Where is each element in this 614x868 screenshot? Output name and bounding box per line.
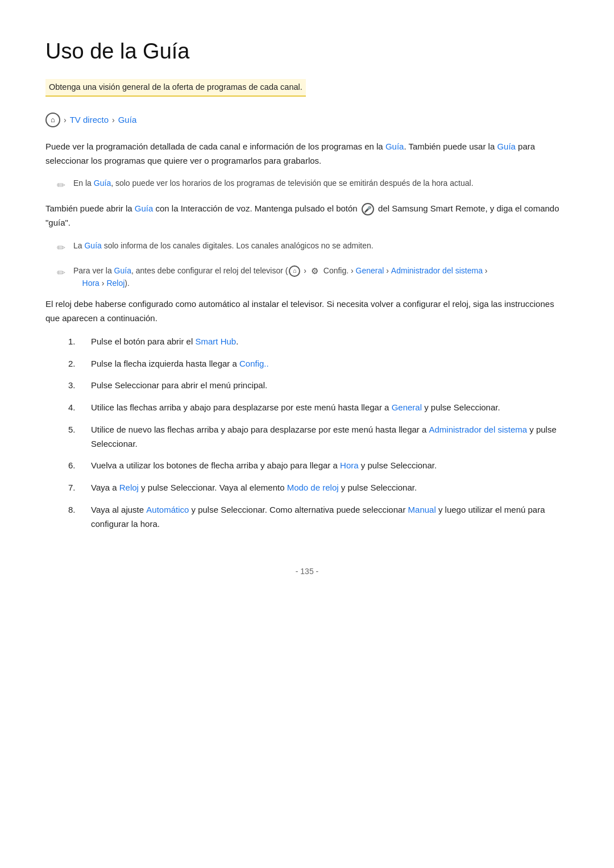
- step-2: 2. Pulse la flecha izquierda hasta llega…: [68, 357, 569, 371]
- steps-list: 1. Pulse el botón para abrir el Smart Hu…: [45, 335, 569, 531]
- step-5-link[interactable]: Administrador del sistema: [429, 425, 528, 434]
- step-6-link[interactable]: Hora: [340, 460, 359, 470]
- gear-icon: ⚙: [309, 265, 321, 277]
- step-7-num: 7.: [68, 481, 82, 495]
- page-number: - 135 -: [296, 567, 318, 576]
- step-7: 7. Vaya a Reloj y pulse Seleccionar. Vay…: [68, 481, 569, 495]
- intro-text-1b: . También puede usar la: [404, 142, 497, 151]
- step-5-text: Utilice de nuevo las flechas arriba y ab…: [91, 423, 569, 451]
- breadcrumb-chevron-2: ›: [112, 114, 115, 126]
- pencil-icon-1: ✏: [57, 177, 65, 194]
- paragraph-3: El reloj debe haberse configurado como a…: [45, 297, 569, 326]
- intro-paragraph-2: También puede abrir la Guía con la Inter…: [45, 202, 569, 230]
- note-3-general-link[interactable]: General: [356, 266, 384, 275]
- intro-paragraph-1: Puede ver la programación detallada de c…: [45, 140, 569, 168]
- step-6: 6. Vuelva a utilizar los botones de flec…: [68, 459, 569, 473]
- note-3-text: Para ver la Guía, antes debe configurar …: [73, 264, 487, 290]
- step-1: 1. Pulse el botón para abrir el Smart Hu…: [68, 335, 569, 349]
- step-1-num: 1.: [68, 335, 82, 349]
- step-8-link-2[interactable]: Manual: [408, 505, 436, 514]
- step-8-num: 8.: [68, 503, 82, 531]
- step-4-link[interactable]: General: [392, 402, 422, 412]
- note-1-text: En la Guía, solo puede ver los horarios …: [73, 177, 474, 189]
- step-7-link-2[interactable]: Modo de reloj: [287, 483, 339, 492]
- step-7-link-1[interactable]: Reloj: [119, 483, 139, 492]
- subtitle-text: Obtenga una visión general de la oferta …: [49, 82, 302, 92]
- intro-guia-link-1[interactable]: Guía: [385, 142, 404, 151]
- breadcrumb-chevron-1: ›: [64, 114, 67, 126]
- step-3: 3. Pulse Seleccionar para abrir el menú …: [68, 379, 569, 393]
- step-8-text: Vaya al ajuste Automático y pulse Selecc…: [91, 503, 569, 531]
- note-3-guia-link[interactable]: Guía: [114, 266, 131, 275]
- step-4-text: Utilice las flechas arriba y abajo para …: [91, 401, 500, 415]
- page-footer: - 135 -: [45, 565, 569, 578]
- note-2-text: La Guía solo informa de los canales digi…: [73, 239, 374, 252]
- note-3-hora-link[interactable]: Hora: [82, 279, 99, 288]
- note-1-guia-link[interactable]: Guía: [94, 178, 111, 188]
- step-5-num: 5.: [68, 423, 82, 451]
- note-3-admin-link[interactable]: Administrador del sistema: [391, 266, 483, 275]
- step-6-num: 6.: [68, 459, 82, 473]
- step-8: 8. Vaya al ajuste Automático y pulse Sel…: [68, 503, 569, 531]
- home-icon-inline-2: ⌂: [289, 265, 300, 277]
- step-4: 4. Utilice las flechas arriba y abajo pa…: [68, 401, 569, 415]
- step-4-num: 4.: [68, 401, 82, 415]
- note-3: ✏ Para ver la Guía, antes debe configura…: [45, 264, 569, 290]
- pencil-icon-2: ✏: [57, 240, 65, 256]
- step-8-link-1[interactable]: Automático: [146, 505, 189, 514]
- intro-guia-link-3[interactable]: Guía: [135, 203, 154, 213]
- note-3-reloj-link[interactable]: Reloj: [106, 279, 125, 288]
- breadcrumb-guia[interactable]: Guía: [118, 113, 137, 127]
- pencil-icon-3: ✏: [57, 265, 65, 281]
- step-1-link[interactable]: Smart Hub: [195, 337, 236, 346]
- step-1-text: Pulse el botón para abrir el Smart Hub.: [91, 335, 238, 349]
- step-7-text: Vaya a Reloj y pulse Seleccionar. Vaya a…: [91, 481, 417, 495]
- step-5: 5. Utilice de nuevo las flechas arriba y…: [68, 423, 569, 451]
- step-6-text: Vuelva a utilizar los botones de flecha …: [91, 459, 437, 473]
- step-2-num: 2.: [68, 357, 82, 371]
- note-1: ✏ En la Guía, solo puede ver los horario…: [45, 177, 569, 194]
- step-3-num: 3.: [68, 379, 82, 393]
- mic-icon: 🎤: [362, 203, 374, 215]
- subtitle-highlight: Obtenga una visión general de la oferta …: [45, 79, 306, 97]
- step-3-text: Pulse Seleccionar para abrir el menú pri…: [91, 379, 267, 393]
- breadcrumb-tv-directo[interactable]: TV directo: [70, 113, 109, 127]
- step-2-text: Pulse la flecha izquierda hasta llegar a…: [91, 357, 269, 371]
- home-icon: ⌂: [45, 113, 60, 127]
- page-title: Uso de la Guía: [45, 34, 569, 69]
- note-2: ✏ La Guía solo informa de los canales di…: [45, 239, 569, 256]
- step-2-link[interactable]: Config..: [239, 359, 269, 368]
- intro-text-1a: Puede ver la programación detallada de c…: [45, 142, 385, 151]
- intro-guia-link-2[interactable]: Guía: [497, 142, 516, 151]
- note-2-guia-link[interactable]: Guía: [84, 241, 101, 250]
- breadcrumb: ⌂ › TV directo › Guía: [45, 113, 569, 127]
